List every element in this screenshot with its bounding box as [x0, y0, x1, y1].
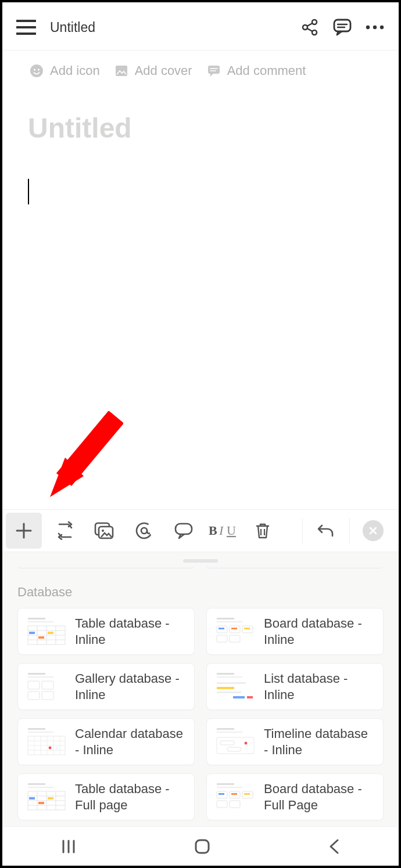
page-title[interactable]: Untitled — [50, 20, 95, 35]
insert-image-button[interactable] — [85, 509, 124, 552]
svg-rect-52 — [28, 732, 53, 733]
svg-point-16 — [135, 521, 153, 540]
svg-rect-40 — [28, 681, 40, 689]
svg-point-2 — [312, 30, 317, 35]
close-circle-icon — [363, 520, 384, 541]
biu-icon: B I U — [209, 523, 238, 538]
block-option-card[interactable]: Timeline database - Inline — [206, 718, 384, 765]
card-thumb-icon — [215, 783, 256, 812]
mention-button[interactable] — [124, 509, 164, 552]
back-button[interactable] — [328, 838, 341, 855]
svg-rect-51 — [28, 728, 45, 730]
comment-button[interactable] — [164, 509, 203, 552]
speech-bubble-icon — [332, 17, 352, 37]
comments-button[interactable] — [330, 15, 355, 39]
share-button[interactable] — [298, 15, 322, 39]
svg-rect-25 — [29, 632, 35, 634]
add-comment-label: Add comment — [227, 63, 306, 78]
svg-point-54 — [49, 746, 52, 749]
svg-rect-27 — [48, 632, 53, 634]
svg-text:B: B — [209, 523, 217, 538]
block-option-card[interactable]: Table database - Inline — [17, 608, 195, 655]
at-icon — [135, 521, 153, 540]
add-comment-button[interactable]: Add comment — [206, 63, 306, 78]
card-label: Calendar database - Inline — [75, 726, 186, 758]
add-block-button[interactable] — [6, 513, 42, 549]
add-icon-button[interactable]: Add icon — [29, 63, 100, 78]
delete-button[interactable] — [243, 509, 282, 552]
more-button[interactable] — [363, 15, 387, 39]
svg-rect-50 — [247, 696, 253, 698]
svg-rect-3 — [334, 20, 350, 31]
card-thumb-icon — [26, 783, 67, 812]
home-button[interactable] — [194, 838, 211, 855]
block-option-card[interactable]: Gallery database - Inline — [17, 663, 195, 710]
block-option-card[interactable]: List database - Inline — [206, 663, 384, 710]
svg-rect-22 — [28, 618, 45, 620]
home-icon — [194, 838, 211, 855]
svg-point-17 — [141, 528, 147, 534]
svg-rect-77 — [196, 840, 209, 853]
block-option-card[interactable]: Table database - Full page — [17, 773, 195, 820]
block-option-card[interactable]: Calendar database - Inline — [17, 718, 195, 765]
add-icon-label: Add icon — [50, 63, 100, 78]
svg-rect-37 — [244, 628, 250, 629]
svg-point-15 — [102, 530, 104, 532]
card-thumb-icon — [215, 727, 256, 757]
card-thumb-icon — [26, 672, 67, 701]
block-option-card[interactable]: Board database - Full Page — [206, 773, 384, 820]
svg-rect-38 — [28, 673, 45, 675]
svg-rect-28 — [217, 618, 234, 620]
svg-rect-67 — [217, 783, 234, 785]
emoji-icon — [29, 63, 44, 78]
svg-point-60 — [245, 741, 248, 744]
card-label: Table database - Inline — [75, 615, 186, 647]
svg-rect-46 — [217, 682, 246, 684]
svg-rect-64 — [29, 797, 35, 799]
format-button[interactable]: B I U — [203, 509, 243, 552]
svg-point-5 — [373, 26, 377, 29]
trash-icon — [255, 522, 271, 539]
editor-body[interactable] — [2, 144, 399, 509]
editor-toolbar: B I U — [2, 509, 399, 552]
title-input[interactable]: Untitled — [2, 83, 399, 144]
svg-rect-36 — [231, 628, 237, 629]
svg-rect-59 — [227, 747, 241, 751]
svg-rect-65 — [38, 802, 44, 804]
card-thumb-icon — [26, 617, 67, 646]
more-horizontal-icon — [365, 24, 385, 30]
svg-rect-72 — [217, 801, 227, 808]
block-picker-panel: Database Table database - Inline Board d… — [2, 552, 399, 826]
card-label: Table database - Full page — [75, 781, 186, 813]
svg-rect-62 — [28, 787, 53, 788]
previous-card-stub[interactable] — [17, 565, 195, 568]
svg-rect-26 — [38, 636, 44, 639]
undo-button[interactable] — [306, 509, 346, 552]
turn-into-button[interactable] — [45, 509, 85, 552]
svg-rect-68 — [217, 787, 242, 788]
block-option-card[interactable]: Board database - Inline — [206, 608, 384, 655]
svg-point-4 — [366, 26, 370, 29]
svg-rect-39 — [28, 676, 53, 678]
card-label: List database - Inline — [264, 671, 375, 703]
svg-point-1 — [303, 25, 307, 30]
close-panel-button[interactable] — [353, 509, 393, 552]
card-label: Board database - Full Page — [264, 781, 375, 813]
svg-rect-29 — [217, 621, 242, 622]
add-cover-label: Add cover — [135, 63, 192, 78]
add-cover-button[interactable]: Add cover — [114, 63, 192, 78]
svg-rect-33 — [217, 635, 227, 642]
recents-button[interactable] — [60, 838, 77, 855]
image-icon — [114, 63, 129, 78]
section-header: Database — [2, 574, 399, 608]
previous-card-stub[interactable] — [206, 565, 384, 568]
svg-rect-61 — [28, 783, 45, 785]
back-icon — [328, 838, 341, 855]
card-label: Timeline database - Inline — [264, 726, 375, 758]
drag-handle[interactable] — [183, 559, 218, 563]
svg-rect-44 — [217, 673, 234, 675]
svg-rect-58 — [220, 741, 234, 745]
svg-rect-49 — [233, 696, 245, 698]
menu-button[interactable] — [14, 15, 38, 39]
svg-rect-74 — [219, 793, 224, 795]
